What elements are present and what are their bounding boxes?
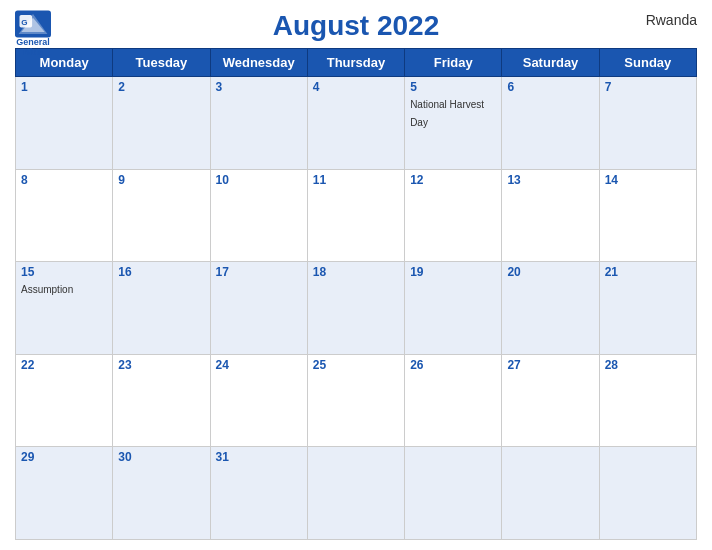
table-row: 9 bbox=[113, 169, 210, 262]
table-row: 31 bbox=[210, 447, 307, 540]
day-number: 4 bbox=[313, 80, 399, 94]
day-number: 26 bbox=[410, 358, 496, 372]
table-row: 12 bbox=[405, 169, 502, 262]
col-wednesday: Wednesday bbox=[210, 49, 307, 77]
table-row: 3 bbox=[210, 77, 307, 170]
table-row: 23 bbox=[113, 354, 210, 447]
table-row: 8 bbox=[16, 169, 113, 262]
day-number: 1 bbox=[21, 80, 107, 94]
table-row: 21 bbox=[599, 262, 696, 355]
table-row: 14 bbox=[599, 169, 696, 262]
col-thursday: Thursday bbox=[307, 49, 404, 77]
table-row: 30 bbox=[113, 447, 210, 540]
day-number: 18 bbox=[313, 265, 399, 279]
header-row: Monday Tuesday Wednesday Thursday Friday… bbox=[16, 49, 697, 77]
day-number: 7 bbox=[605, 80, 691, 94]
day-number: 3 bbox=[216, 80, 302, 94]
table-row: 7 bbox=[599, 77, 696, 170]
table-row: 27 bbox=[502, 354, 599, 447]
table-row: 25 bbox=[307, 354, 404, 447]
table-row: 19 bbox=[405, 262, 502, 355]
header-area: G General Blue August 2022 Rwanda bbox=[15, 10, 697, 42]
day-number: 25 bbox=[313, 358, 399, 372]
table-row: 18 bbox=[307, 262, 404, 355]
table-row: 24 bbox=[210, 354, 307, 447]
table-row: 10 bbox=[210, 169, 307, 262]
day-number: 13 bbox=[507, 173, 593, 187]
table-row: 15Assumption bbox=[16, 262, 113, 355]
calendar-week-row: 293031 bbox=[16, 447, 697, 540]
event-text: Assumption bbox=[21, 284, 73, 295]
calendar-week-row: 891011121314 bbox=[16, 169, 697, 262]
day-number: 11 bbox=[313, 173, 399, 187]
table-row: 29 bbox=[16, 447, 113, 540]
day-number: 27 bbox=[507, 358, 593, 372]
calendar-title: August 2022 bbox=[273, 10, 440, 42]
country-label: Rwanda bbox=[646, 12, 697, 28]
table-row: 28 bbox=[599, 354, 696, 447]
calendar-week-row: 15Assumption161718192021 bbox=[16, 262, 697, 355]
table-row: 16 bbox=[113, 262, 210, 355]
day-number: 9 bbox=[118, 173, 204, 187]
table-row: 6 bbox=[502, 77, 599, 170]
day-number: 6 bbox=[507, 80, 593, 94]
col-saturday: Saturday bbox=[502, 49, 599, 77]
table-row bbox=[307, 447, 404, 540]
day-number: 20 bbox=[507, 265, 593, 279]
day-number: 15 bbox=[21, 265, 107, 279]
day-number: 21 bbox=[605, 265, 691, 279]
day-number: 14 bbox=[605, 173, 691, 187]
col-tuesday: Tuesday bbox=[113, 49, 210, 77]
day-number: 24 bbox=[216, 358, 302, 372]
day-number: 12 bbox=[410, 173, 496, 187]
calendar-week-row: 12345National Harvest Day67 bbox=[16, 77, 697, 170]
logo: G General Blue bbox=[15, 10, 51, 58]
day-number: 23 bbox=[118, 358, 204, 372]
day-number: 5 bbox=[410, 80, 496, 94]
day-number: 30 bbox=[118, 450, 204, 464]
table-row: 20 bbox=[502, 262, 599, 355]
day-number: 2 bbox=[118, 80, 204, 94]
day-number: 10 bbox=[216, 173, 302, 187]
event-text: National Harvest Day bbox=[410, 99, 484, 128]
table-row: 22 bbox=[16, 354, 113, 447]
day-number: 22 bbox=[21, 358, 107, 372]
calendar-week-row: 22232425262728 bbox=[16, 354, 697, 447]
day-number: 19 bbox=[410, 265, 496, 279]
table-row: 17 bbox=[210, 262, 307, 355]
logo-line2: Blue bbox=[23, 48, 43, 58]
table-row: 1 bbox=[16, 77, 113, 170]
table-row bbox=[405, 447, 502, 540]
day-number: 31 bbox=[216, 450, 302, 464]
day-number: 16 bbox=[118, 265, 204, 279]
day-number: 17 bbox=[216, 265, 302, 279]
table-row bbox=[502, 447, 599, 540]
calendar-table: Monday Tuesday Wednesday Thursday Friday… bbox=[15, 48, 697, 540]
day-number: 28 bbox=[605, 358, 691, 372]
table-row: 13 bbox=[502, 169, 599, 262]
table-row: 26 bbox=[405, 354, 502, 447]
table-row: 4 bbox=[307, 77, 404, 170]
table-row: 5National Harvest Day bbox=[405, 77, 502, 170]
col-sunday: Sunday bbox=[599, 49, 696, 77]
table-row: 2 bbox=[113, 77, 210, 170]
col-friday: Friday bbox=[405, 49, 502, 77]
table-row: 11 bbox=[307, 169, 404, 262]
day-number: 8 bbox=[21, 173, 107, 187]
day-number: 29 bbox=[21, 450, 107, 464]
svg-text:G: G bbox=[21, 18, 27, 27]
table-row bbox=[599, 447, 696, 540]
